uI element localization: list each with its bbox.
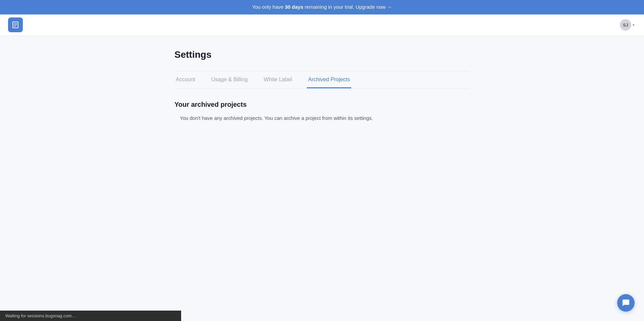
trial-banner: You only have 30 days remaining in your … (0, 0, 644, 14)
navbar: SJ ▾ (0, 14, 644, 36)
avatar: SJ (620, 19, 631, 31)
banner-text-suffix: remaining in your trial. Upgrade now → (303, 4, 392, 10)
app-logo[interactable] (8, 17, 23, 32)
archived-empty-message: You don't have any archived projects. Yo… (180, 115, 470, 121)
navbar-right: SJ ▾ (619, 18, 636, 32)
tab-archived-projects[interactable]: Archived Projects (307, 71, 352, 88)
document-lines-icon (11, 21, 19, 29)
banner-text-prefix: You only have (252, 4, 285, 10)
chat-icon (622, 299, 630, 307)
tab-usage-billing[interactable]: Usage & Billing (210, 71, 249, 88)
archived-section-title: Your archived projects (174, 101, 470, 108)
tab-account[interactable]: Account (174, 71, 197, 88)
chevron-down-icon: ▾ (633, 23, 635, 27)
archived-projects-section: Your archived projects You don't have an… (174, 101, 470, 121)
main-content: Settings Account Usage & Billing White L… (121, 36, 523, 121)
status-bar: Waiting for sessions.bugsnag.com... (0, 311, 181, 321)
user-menu-button[interactable]: SJ ▾ (619, 18, 636, 32)
status-bar-text: Waiting for sessions.bugsnag.com... (5, 313, 75, 318)
page-title: Settings (174, 49, 470, 60)
settings-tabs: Account Usage & Billing White Label Arch… (174, 71, 470, 89)
banner-bold-text: 30 days (285, 4, 303, 10)
tab-white-label[interactable]: White Label (262, 71, 293, 88)
chat-button[interactable] (617, 294, 635, 312)
